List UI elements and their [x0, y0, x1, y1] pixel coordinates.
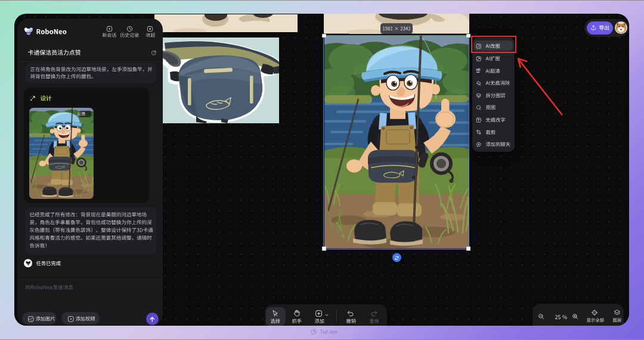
svg-text:HD: HD	[476, 68, 481, 71]
